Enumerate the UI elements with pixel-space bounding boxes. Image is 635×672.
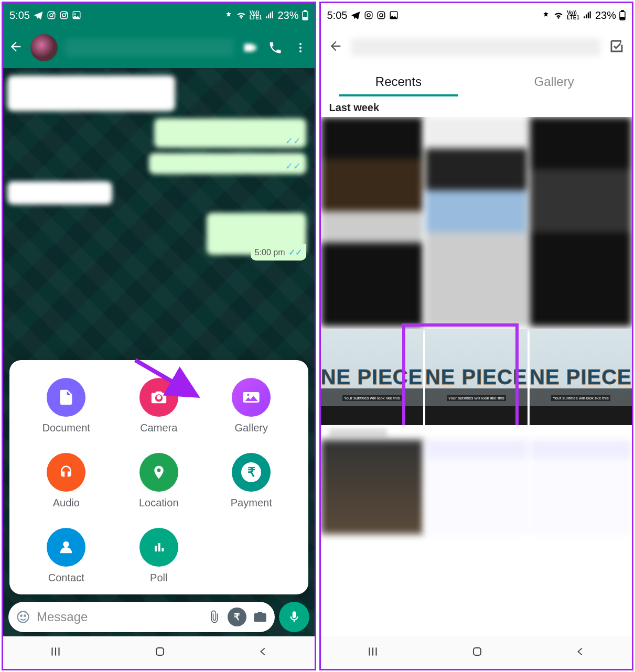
svg-rect-28 bbox=[378, 12, 385, 19]
android-nav-bar bbox=[321, 636, 632, 669]
media-thumbnail[interactable] bbox=[321, 117, 423, 327]
media-thumbnail[interactable]: NE PIECE Your subtitles will look like t… bbox=[321, 329, 423, 425]
contact-avatar[interactable] bbox=[30, 34, 58, 61]
svg-point-21 bbox=[24, 615, 25, 616]
svg-point-20 bbox=[20, 615, 21, 616]
video-call-button[interactable] bbox=[241, 40, 259, 56]
thumbnail-subtitle: Your subtitles will look like this bbox=[342, 395, 402, 401]
media-thumbnail[interactable] bbox=[530, 117, 632, 327]
chat-messages-area[interactable]: ✓✓ ✓✓ 5:00 pm ✓✓ Document Camera bbox=[3, 68, 315, 636]
picker-tabs: Recents Gallery bbox=[321, 67, 632, 96]
message-input[interactable]: Message ₹ bbox=[8, 602, 275, 632]
android-nav-bar bbox=[3, 636, 315, 669]
payment-icon[interactable]: ₹ bbox=[228, 608, 246, 626]
battery-icon bbox=[619, 10, 626, 20]
svg-rect-17 bbox=[162, 548, 164, 551]
tab-gallery[interactable]: Gallery bbox=[476, 67, 632, 96]
phone-left-whatsapp-chat: 5:05 Vo))LTE1 23% bbox=[2, 2, 316, 670]
battery-percent: 23% bbox=[277, 9, 298, 21]
svg-rect-32 bbox=[621, 10, 623, 12]
outgoing-message[interactable] bbox=[149, 153, 306, 174]
home-nav-icon[interactable] bbox=[471, 645, 483, 660]
attach-document-button[interactable]: Document bbox=[42, 378, 90, 434]
attach-icon[interactable] bbox=[208, 610, 221, 624]
media-thumbnail[interactable]: NE PIECE Your subtitles will look like t… bbox=[530, 329, 632, 425]
attach-gallery-label: Gallery bbox=[235, 422, 268, 434]
image-notification-icon bbox=[389, 10, 399, 20]
wifi-icon bbox=[553, 10, 564, 20]
media-thumbnail[interactable]: NE PIECE Your subtitles will look like t… bbox=[425, 329, 528, 425]
svg-rect-33 bbox=[621, 17, 625, 19]
svg-point-11 bbox=[299, 43, 302, 45]
svg-point-19 bbox=[18, 612, 29, 623]
multi-select-button[interactable] bbox=[609, 38, 625, 56]
attach-camera-button[interactable]: Camera bbox=[139, 378, 178, 434]
message-input-row: Message ₹ bbox=[8, 602, 309, 632]
attach-payment-button[interactable]: ₹ Payment bbox=[231, 453, 272, 509]
home-nav-icon[interactable] bbox=[154, 645, 166, 660]
camera-icon[interactable] bbox=[253, 610, 267, 624]
back-nav-icon[interactable] bbox=[257, 646, 269, 659]
back-nav-icon[interactable] bbox=[575, 646, 586, 659]
media-thumbnail[interactable] bbox=[530, 440, 632, 534]
voice-message-button[interactable] bbox=[279, 602, 309, 632]
attach-contact-button[interactable]: Contact bbox=[47, 528, 85, 584]
telegram-icon bbox=[33, 10, 44, 20]
tab-recents[interactable]: Recents bbox=[321, 67, 477, 96]
incoming-message[interactable] bbox=[7, 181, 112, 204]
message-placeholder: Message bbox=[37, 610, 201, 624]
image-notification-icon bbox=[72, 10, 81, 20]
svg-rect-25 bbox=[156, 648, 164, 655]
svg-point-7 bbox=[74, 13, 76, 15]
svg-rect-15 bbox=[155, 546, 157, 551]
more-options-button[interactable] bbox=[292, 41, 309, 54]
attach-audio-button[interactable]: Audio bbox=[47, 453, 85, 509]
telegram-icon bbox=[350, 10, 361, 20]
attach-poll-button[interactable]: Poll bbox=[139, 528, 178, 584]
instagram-icon bbox=[376, 10, 386, 20]
attach-payment-label: Payment bbox=[231, 497, 272, 509]
tab-recents-label: Recents bbox=[375, 74, 422, 89]
thumbnail-text: NE PIECE bbox=[530, 365, 632, 389]
svg-rect-9 bbox=[304, 10, 306, 12]
battery-percent: 23% bbox=[595, 9, 616, 21]
media-thumbnail[interactable] bbox=[425, 440, 528, 534]
outgoing-message[interactable] bbox=[154, 118, 306, 148]
tab-gallery-label: Gallery bbox=[534, 74, 574, 89]
voice-call-button[interactable] bbox=[266, 40, 284, 55]
read-receipt-icon: ✓✓ bbox=[285, 135, 301, 147]
instagram-icon bbox=[59, 10, 69, 20]
wifi-icon bbox=[236, 10, 246, 20]
svg-point-4 bbox=[62, 14, 66, 17]
contact-name[interactable] bbox=[65, 39, 234, 57]
attach-contact-label: Contact bbox=[48, 572, 84, 584]
back-button[interactable] bbox=[8, 39, 23, 56]
incoming-message[interactable] bbox=[7, 75, 175, 111]
media-row: NE PIECE Your subtitles will look like t… bbox=[321, 329, 632, 425]
back-button[interactable] bbox=[328, 39, 343, 56]
status-time: 5:05 bbox=[9, 9, 30, 21]
picker-title bbox=[351, 38, 601, 56]
instagram-icon bbox=[47, 10, 56, 20]
gallery-grid[interactable]: NE PIECE Your subtitles will look like t… bbox=[321, 117, 632, 636]
attach-audio-label: Audio bbox=[53, 497, 80, 509]
recents-nav-icon[interactable] bbox=[366, 645, 380, 660]
status-bar: 5:05 Vo))LTE1 23% bbox=[321, 3, 632, 27]
status-bar: 5:05 Vo))LTE1 23% bbox=[3, 3, 315, 27]
attach-camera-label: Camera bbox=[140, 422, 177, 434]
svg-point-29 bbox=[380, 14, 383, 17]
battery-saver-icon bbox=[542, 11, 550, 19]
attach-location-button[interactable]: Location bbox=[139, 453, 179, 509]
media-thumbnail[interactable] bbox=[425, 117, 528, 327]
media-thumbnail[interactable] bbox=[321, 440, 423, 534]
status-time: 5:05 bbox=[327, 9, 348, 21]
svg-rect-37 bbox=[473, 648, 481, 655]
svg-rect-16 bbox=[158, 543, 160, 551]
thumbnail-text: NE PIECE bbox=[321, 365, 423, 389]
recents-nav-icon[interactable] bbox=[49, 645, 62, 660]
svg-rect-26 bbox=[365, 12, 373, 19]
attachment-picker-sheet: Document Camera Gallery Audio bbox=[9, 360, 308, 594]
emoji-icon[interactable] bbox=[16, 610, 30, 624]
attach-location-label: Location bbox=[139, 497, 179, 509]
attach-gallery-button[interactable]: Gallery bbox=[232, 378, 271, 434]
